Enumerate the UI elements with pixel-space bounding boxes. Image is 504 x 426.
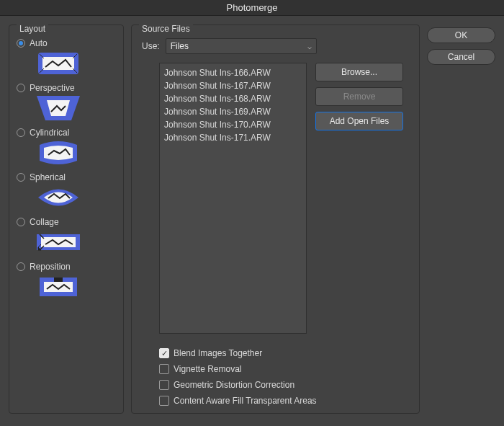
add-open-files-button[interactable]: Add Open Files: [315, 112, 403, 130]
layout-option-spherical: Spherical: [17, 172, 116, 210]
layout-option-cylindrical: Cylindrical: [17, 128, 116, 165]
file-item[interactable]: Johnson Shut Ins-167.ARW: [164, 79, 302, 92]
checkbox-icon: [159, 380, 169, 390]
source-files-list[interactable]: Johnson Shut Ins-166.ARWJohnson Shut Ins…: [159, 63, 307, 334]
radio-icon: [17, 128, 25, 137]
layout-option-label: Collage: [30, 217, 59, 227]
layout-radio-perspective[interactable]: Perspective: [17, 83, 116, 93]
use-select-value: Files: [171, 41, 189, 51]
ok-button[interactable]: OK: [427, 27, 495, 43]
radio-icon: [17, 173, 25, 182]
svg-rect-8: [54, 278, 63, 282]
layout-option-collage: Collage: [17, 217, 116, 254]
cylindrical-icon: [37, 141, 80, 165]
source-files-panel: Source Files Use: Files ⌵ Johnson Shut I…: [131, 25, 420, 414]
layout-option-label: Reposition: [30, 262, 71, 272]
layout-option-reposition: Reposition: [17, 262, 116, 299]
file-item[interactable]: Johnson Shut Ins-166.ARW: [164, 66, 302, 79]
reposition-icon: [37, 275, 80, 299]
dialog-body: Layout AutoPerspectiveCylindricalSpheric…: [0, 16, 504, 426]
dialog-actions: OK Cancel: [427, 25, 495, 417]
radio-icon: [17, 39, 25, 48]
checkbox-icon: [159, 364, 169, 374]
cancel-button[interactable]: Cancel: [427, 49, 495, 65]
layout-option-label: Cylindrical: [30, 128, 69, 138]
checkbox-label: Content Aware Fill Transparent Areas: [174, 396, 317, 406]
checkbox-geometric-distortion-correction[interactable]: Geometric Distortion Correction: [159, 380, 412, 390]
layout-radio-reposition[interactable]: Reposition: [17, 262, 116, 272]
source-legend: Source Files: [139, 24, 193, 34]
checkbox-vignette-removal[interactable]: Vignette Removal: [159, 364, 412, 374]
auto-icon: [37, 51, 80, 76]
svg-rect-7: [44, 282, 73, 292]
file-item[interactable]: Johnson Shut Ins-170.ARW: [164, 118, 302, 131]
checkbox-icon: [159, 396, 169, 406]
file-item[interactable]: Johnson Shut Ins-171.ARW: [164, 131, 302, 144]
perspective-icon: [37, 96, 80, 120]
layout-option-auto: Auto: [17, 38, 116, 76]
radio-icon: [17, 262, 25, 271]
layout-panel: Layout AutoPerspectiveCylindricalSpheric…: [9, 25, 124, 414]
layout-radio-collage[interactable]: Collage: [17, 217, 116, 227]
radio-icon: [17, 84, 25, 92]
layout-option-perspective: Perspective: [17, 83, 116, 120]
layout-radio-spherical[interactable]: Spherical: [17, 172, 116, 182]
checkbox-label: Geometric Distortion Correction: [174, 380, 294, 390]
layout-legend: Layout: [17, 24, 48, 34]
svg-rect-1: [42, 57, 74, 70]
checkbox-label: Blend Images Together: [174, 348, 262, 358]
checkbox-content-aware-fill-transparent-areas[interactable]: Content Aware Fill Transparent Areas: [159, 396, 412, 406]
checkbox-label: Vignette Removal: [174, 364, 242, 374]
use-select[interactable]: Files ⌵: [166, 38, 317, 54]
file-item[interactable]: Johnson Shut Ins-168.ARW: [164, 92, 302, 105]
remove-button[interactable]: Remove: [315, 87, 403, 106]
layout-option-label: Perspective: [30, 83, 75, 93]
checkbox-blend-images-together[interactable]: Blend Images Together: [159, 348, 412, 358]
file-item[interactable]: Johnson Shut Ins-169.ARW: [164, 105, 302, 118]
use-label: Use:: [142, 41, 160, 51]
layout-option-label: Spherical: [30, 172, 66, 182]
spherical-icon: [37, 185, 80, 210]
browse-button[interactable]: Browse...: [315, 63, 403, 81]
layout-radio-auto[interactable]: Auto: [17, 38, 116, 48]
layout-radio-cylindrical[interactable]: Cylindrical: [17, 128, 116, 138]
radio-icon: [17, 218, 25, 226]
checkbox-icon: [159, 348, 169, 358]
layout-option-label: Auto: [30, 38, 48, 48]
collage-icon: [37, 230, 80, 254]
window-title: Photomerge: [0, 0, 504, 16]
chevron-down-icon: ⌵: [307, 43, 312, 50]
